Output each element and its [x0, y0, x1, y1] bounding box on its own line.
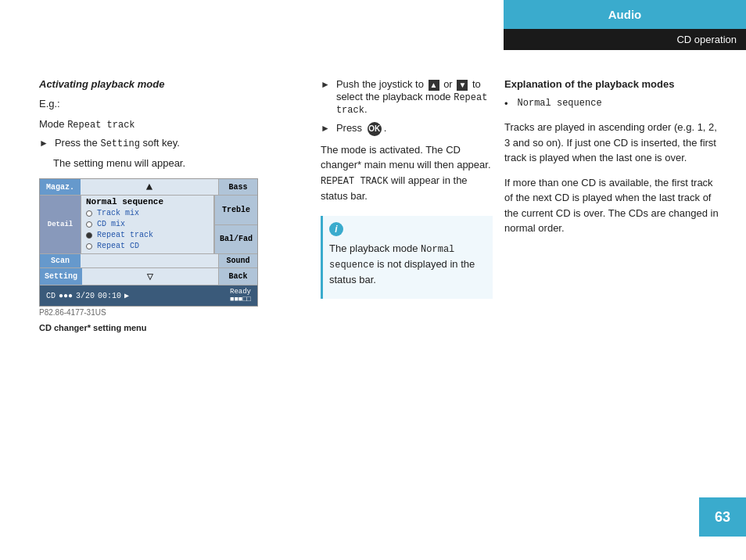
ok-button-icon: OK	[368, 122, 382, 136]
page-number: 63	[699, 497, 746, 537]
left-column: Activating playback mode E.g.: Mode Repe…	[39, 78, 313, 332]
menu-btn-scan: Scan	[40, 254, 81, 267]
bullet-item-1: • Normal sequence	[504, 98, 723, 115]
menu-btn-sound: Sound	[218, 254, 257, 267]
mode-text: Mode	[39, 118, 65, 130]
header-panel: Audio CD operation	[504, 0, 746, 50]
mode-value: Repeat track	[67, 120, 134, 131]
arrow-icon-3: ►	[321, 123, 330, 136]
right-section-title: Explanation of the playback modes	[504, 78, 723, 90]
para2: If more than one CD is available, the fi…	[504, 175, 723, 236]
radio-cd-mix	[86, 221, 92, 228]
cd-menu-screenshot: Magaz. ▲ Bass Detail Normal sequence Tra…	[39, 178, 258, 307]
para1: Tracks are played in ascending order (e.…	[504, 120, 723, 166]
radio-repeat-track	[86, 232, 92, 239]
menu-item-repeat-cd: Repeat CD	[86, 241, 209, 252]
status-cd-icon: ●●●	[59, 292, 73, 300]
menu-row-scan: Scan Sound	[40, 254, 257, 268]
menu-btn-detail: Detail	[40, 196, 81, 253]
status-time: 00:10	[98, 292, 121, 300]
mode-label: Mode Repeat track	[39, 117, 313, 132]
image-reference: P82.86-4177-31US	[39, 308, 313, 317]
eg-label: E.g.:	[39, 96, 313, 112]
step3: ► Press OK.	[321, 122, 493, 136]
arrow-icon-1: ►	[39, 138, 48, 149]
step1-result: The setting menu will appear.	[53, 156, 313, 171]
menu-btn-back: Back	[218, 268, 257, 285]
section-title-activating: Activating playback mode	[39, 78, 313, 90]
menu-btn-treble: Treble	[214, 196, 257, 225]
audio-title: Audio	[504, 0, 746, 29]
menu-row-setting: Setting ▽ Back	[40, 268, 257, 285]
menu-center-scan	[81, 254, 218, 267]
status-play-icon: ▶	[124, 291, 129, 300]
info-icon: i	[329, 222, 343, 236]
menu-up-arrow: ▲	[81, 179, 218, 195]
radio-track-mix	[86, 210, 92, 217]
right-column: Explanation of the playback modes • Norm…	[504, 78, 723, 241]
menu-item-cd-mix: CD mix	[86, 219, 209, 230]
bullet-dot-1: •	[504, 98, 508, 115]
status-cd: CD	[46, 292, 56, 300]
menu-status-bar: CD ●●● 3/20 00:10 ▶ Ready ■■■□□	[40, 285, 257, 306]
repeat-track-mono: REPEAT TRACK	[321, 176, 388, 187]
step1: ► Press the Setting soft key.	[39, 137, 313, 149]
step1-text: Press the Setting soft key.	[55, 137, 180, 149]
cd-operation-title: CD operation	[504, 29, 746, 50]
menu-center-sequence: Normal sequence Track mix CD mix Repeat …	[81, 196, 213, 253]
menu-item-track-mix: Track mix	[86, 208, 209, 219]
status-right: Ready ■■■□□	[230, 288, 251, 303]
mid-column: ► Push the joystick to ▲ or ▼ to select …	[321, 78, 493, 299]
step2: ► Push the joystick to ▲ or ▼ to select …	[321, 78, 493, 116]
normal-sequence-label: Normal sequence	[518, 98, 602, 109]
step3-text: Press OK.	[336, 122, 386, 136]
setting-key: Setting	[100, 138, 139, 149]
menu-btn-magaz: Magaz.	[40, 179, 81, 195]
joystick-up-icon: ▲	[429, 80, 439, 91]
arrow-icon-2: ►	[321, 79, 330, 116]
menu-title-normal-seq: Normal sequence	[86, 197, 209, 206]
joystick-down-icon: ▼	[457, 80, 468, 91]
radio-repeat-cd	[86, 243, 92, 249]
menu-row-magaz: Magaz. ▲ Bass	[40, 179, 257, 196]
menu-item-repeat-track: Repeat track	[86, 230, 209, 241]
info-text: The playback mode Normal sequence is not…	[329, 241, 486, 288]
menu-down-arrow: ▽	[82, 268, 218, 285]
cd-menu-caption: CD changer* setting menu	[39, 323, 313, 332]
result-text: The mode is activated. The CD changer* m…	[321, 142, 493, 204]
menu-btn-setting: Setting	[40, 268, 82, 285]
info-box: i The playback mode Normal sequence is n…	[321, 216, 493, 299]
step2-text: Push the joystick to ▲ or ▼ to select th…	[336, 78, 493, 116]
menu-btn-bass: Bass	[218, 179, 257, 195]
menu-btn-balfad: Bal/Fad	[214, 225, 257, 254]
menu-row-sequence: Detail Normal sequence Track mix CD mix …	[40, 196, 257, 254]
status-track: 3/20	[76, 292, 95, 300]
status-left: CD ●●● 3/20 00:10 ▶	[46, 291, 129, 300]
